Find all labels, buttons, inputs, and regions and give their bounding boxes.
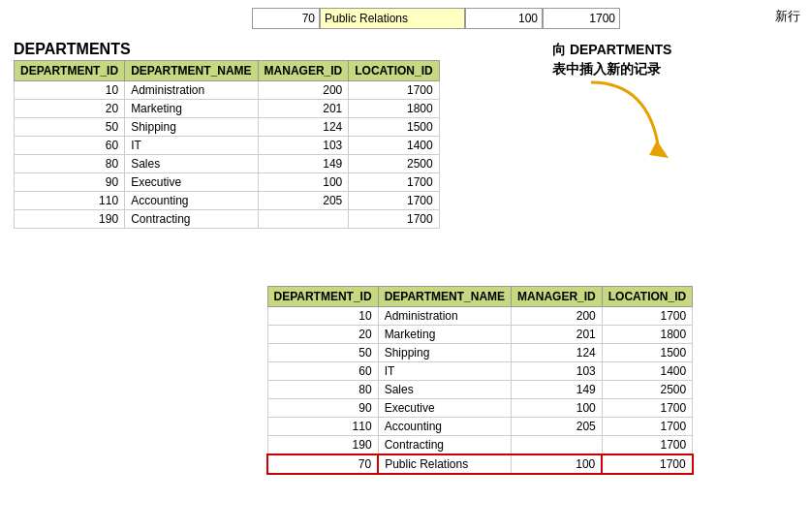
- cell-dept-name: Executive: [378, 399, 511, 418]
- new-row-bar: 70 Public Relations 100 1700: [252, 8, 756, 29]
- cell-dept-id: 70: [267, 454, 378, 474]
- cell-dept-id: 10: [267, 307, 378, 326]
- table2: DEPARTMENT_ID DEPARTMENT_NAME MANAGER_ID…: [266, 286, 780, 475]
- cell-location-id: 1500: [602, 344, 692, 362]
- cell-location-id: 1700: [349, 81, 439, 100]
- cell-manager-id: 149: [258, 155, 349, 173]
- cell-manager-id: 200: [258, 81, 349, 100]
- cell-location-id: 1800: [602, 326, 692, 344]
- cell-dept-name: Accounting: [378, 418, 511, 436]
- new-row-id: 70: [252, 8, 320, 29]
- table-row: 80 Sales 149 2500: [267, 381, 693, 399]
- cell-dept-id: 50: [15, 118, 125, 137]
- cell-manager-id: 103: [512, 362, 603, 381]
- cell-manager-id: 200: [512, 307, 603, 326]
- table1-header-locationid: LOCATION_ID: [349, 61, 439, 81]
- cell-location-id: 1800: [349, 100, 439, 118]
- cell-manager-id: [512, 436, 603, 455]
- arrow-icon: [572, 73, 688, 170]
- cell-dept-id: 60: [267, 362, 378, 381]
- cell-dept-name: Shipping: [378, 344, 511, 362]
- table-row: 10 Administration 200 1700: [267, 307, 693, 326]
- cell-manager-id: [258, 210, 349, 229]
- cell-location-id: 1700: [602, 418, 692, 436]
- new-row-manager: 100: [465, 8, 543, 29]
- new-row-label: 新行: [775, 8, 800, 25]
- table2-header-locationid: LOCATION_ID: [602, 287, 692, 307]
- table-row: 60 IT 103 1400: [267, 362, 693, 381]
- cell-dept-id: 20: [267, 326, 378, 344]
- cell-location-id: 1700: [349, 192, 439, 210]
- cell-location-id: 1700: [602, 454, 692, 474]
- cell-dept-name: Contracting: [378, 436, 511, 455]
- cell-dept-name: IT: [125, 137, 258, 155]
- table1: DEPARTMENT_ID DEPARTMENT_NAME MANAGER_ID…: [14, 60, 517, 229]
- cell-manager-id: 100: [258, 173, 349, 192]
- table2-header-deptid: DEPARTMENT_ID: [267, 287, 378, 307]
- cell-dept-name: Administration: [125, 81, 258, 100]
- cell-manager-id: 100: [512, 454, 603, 474]
- cell-location-id: 2500: [602, 381, 692, 399]
- cell-dept-name: Shipping: [125, 118, 258, 137]
- table-row: 110 Accounting 205 1700: [267, 418, 693, 436]
- cell-manager-id: 100: [512, 399, 603, 418]
- table-row: 50 Shipping 124 1500: [267, 344, 693, 362]
- cell-location-id: 1700: [349, 210, 439, 229]
- cell-dept-id: 110: [267, 418, 378, 436]
- cell-dept-name: Marketing: [125, 100, 258, 118]
- cell-dept-id: 10: [15, 81, 125, 100]
- new-row-location: 1700: [543, 8, 620, 29]
- cell-dept-id: 190: [15, 210, 125, 229]
- cell-location-id: 1500: [349, 118, 439, 137]
- table-row: 90 Executive 100 1700: [15, 173, 440, 192]
- cell-dept-name: Accounting: [125, 192, 258, 210]
- cell-dept-name: Public Relations: [378, 454, 511, 474]
- cell-dept-name: Contracting: [125, 210, 258, 229]
- table-row: 190 Contracting 1700: [15, 210, 440, 229]
- table-row: 20 Marketing 201 1800: [267, 326, 693, 344]
- cell-dept-id: 60: [15, 137, 125, 155]
- table-row: 90 Executive 100 1700: [267, 399, 693, 418]
- cell-manager-id: 201: [258, 100, 349, 118]
- new-inserted-row: 70 Public Relations 100 1700: [267, 454, 693, 474]
- cell-location-id: 1700: [602, 399, 692, 418]
- table-row: 80 Sales 149 2500: [15, 155, 440, 173]
- cell-location-id: 1700: [602, 307, 692, 326]
- cell-manager-id: 149: [512, 381, 603, 399]
- table2-header-deptname: DEPARTMENT_NAME: [378, 287, 511, 307]
- table-row: 20 Marketing 201 1800: [15, 100, 440, 118]
- cell-dept-id: 20: [15, 100, 125, 118]
- cell-location-id: 1700: [602, 436, 692, 455]
- cell-dept-id: 110: [15, 192, 125, 210]
- table-row: 10 Administration 200 1700: [15, 81, 440, 100]
- cell-dept-name: IT: [378, 362, 511, 381]
- table1-header-deptid: DEPARTMENT_ID: [15, 61, 125, 81]
- table-row: 110 Accounting 205 1700: [15, 192, 440, 210]
- table1-header-managerid: MANAGER_ID: [258, 61, 349, 81]
- table1-header-deptname: DEPARTMENT_NAME: [125, 61, 258, 81]
- cell-dept-name: Administration: [378, 307, 511, 326]
- cell-dept-id: 90: [15, 173, 125, 192]
- cell-location-id: 2500: [349, 155, 439, 173]
- table-row: 60 IT 103 1400: [15, 137, 440, 155]
- cell-location-id: 1400: [602, 362, 692, 381]
- cell-manager-id: 205: [258, 192, 349, 210]
- cell-location-id: 1400: [349, 137, 439, 155]
- cell-manager-id: 201: [512, 326, 603, 344]
- cell-dept-id: 80: [15, 155, 125, 173]
- cell-manager-id: 124: [512, 344, 603, 362]
- cell-dept-name: Sales: [125, 155, 258, 173]
- cell-dept-id: 50: [267, 344, 378, 362]
- cell-dept-id: 90: [267, 399, 378, 418]
- cell-location-id: 1700: [349, 173, 439, 192]
- cell-manager-id: 103: [258, 137, 349, 155]
- cell-manager-id: 124: [258, 118, 349, 137]
- cell-dept-name: Marketing: [378, 326, 511, 344]
- table-row: 190 Contracting 1700: [267, 436, 693, 455]
- cell-dept-id: 190: [267, 436, 378, 455]
- cell-dept-id: 80: [267, 381, 378, 399]
- table2-header-managerid: MANAGER_ID: [512, 287, 603, 307]
- table1-title: DEPARTMENTS: [14, 41, 131, 58]
- cell-dept-name: Sales: [378, 381, 511, 399]
- cell-dept-name: Executive: [125, 173, 258, 192]
